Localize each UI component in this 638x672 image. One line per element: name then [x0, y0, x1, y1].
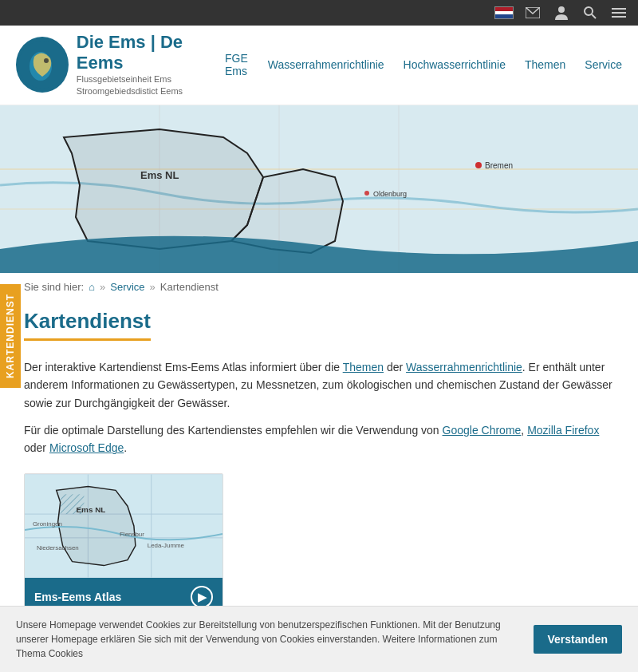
breadcrumb: Sie sind hier: ⌂ » Service » Kartendiens…	[0, 273, 638, 301]
breadcrumb-current: Kartendienst	[160, 281, 219, 293]
svg-text:Leda-Jumme: Leda-Jumme	[148, 542, 185, 549]
nav-wasserrahmen[interactable]: Wasserrahmenrichtlinie	[268, 58, 384, 71]
search-button[interactable]	[579, 4, 601, 22]
nav-service[interactable]: Service	[585, 58, 622, 71]
site-header: Die Ems | De Eems Flussgebietseinheit Em…	[0, 26, 638, 105]
wave-svg	[0, 225, 638, 273]
logo-area[interactable]: Die Ems | De Eems Flussgebietseinheit Em…	[16, 32, 225, 98]
site-subtitle: Flussgebietseinheit Ems Stroomgebiedsdis…	[77, 73, 225, 98]
breadcrumb-sep2: »	[150, 281, 156, 293]
svg-text:Niedersachsen: Niedersachsen	[37, 544, 79, 551]
usage-paragraph: Für die optimale Darstellung des Kartend…	[24, 421, 614, 457]
card-label: Ems-Eems Atlas	[34, 591, 121, 603]
svg-text:Flensbur: Flensbur	[120, 531, 144, 538]
page-title: Kartendienst	[24, 309, 151, 341]
breadcrumb-home[interactable]: ⌂	[89, 281, 95, 293]
breadcrumb-service[interactable]: Service	[110, 281, 144, 293]
chrome-link[interactable]: Google Chrome	[443, 424, 522, 437]
themen-link[interactable]: Themen	[343, 361, 384, 374]
firefox-link[interactable]: Mozilla Firefox	[527, 424, 599, 437]
breadcrumb-text-prefix: Sie sind hier:	[24, 281, 84, 293]
nav-themen[interactable]: Themen	[525, 58, 565, 71]
main-nav: FGE Ems Wasserrahmenrichtlinie Hochwasse…	[225, 52, 622, 77]
nav-fge-ems[interactable]: FGE Ems	[225, 52, 249, 77]
svg-text:Groningen: Groningen	[33, 520, 62, 528]
cookie-accept-button[interactable]: Verstanden	[534, 625, 622, 654]
wrrl-link[interactable]: Wasserrahmenrichtlinie	[406, 361, 522, 374]
breadcrumb-sep1: »	[100, 281, 105, 293]
svg-line-3	[592, 14, 596, 18]
mail-button[interactable]	[522, 4, 544, 22]
svg-text:Bremen: Bremen	[485, 161, 513, 170]
svg-point-17	[364, 191, 369, 196]
sidebar-kartendienst[interactable]: KARTENDIENST	[0, 284, 21, 388]
intro-paragraph: Der interaktive Kartendienst Ems-Eems At…	[24, 358, 614, 412]
dutch-flag-icon	[494, 6, 514, 19]
cookie-text: Unsere Homepage verwendet Cookies zur Be…	[16, 618, 521, 661]
edge-link[interactable]: Microsoft Edge	[49, 441, 124, 454]
map-hero: Bremen Oldenburg Ems NL	[0, 105, 638, 273]
card-map-svg: Ems NL Groningen Niedersachsen Flensbur …	[25, 474, 223, 578]
card-arrow-icon[interactable]: ▶	[191, 586, 213, 608]
site-title: Die Ems | De Eems	[77, 32, 225, 73]
cookie-bar: Unsere Homepage verwendet Cookies zur Be…	[0, 606, 638, 672]
map-ems-nl-label: Ems NL	[140, 169, 179, 181]
svg-point-9	[44, 58, 49, 63]
svg-point-15	[475, 162, 482, 168]
menu-button[interactable]	[608, 4, 630, 22]
svg-text:Ems NL: Ems NL	[76, 505, 105, 514]
nav-hochwasser[interactable]: Hochwasserrichtlinie	[404, 58, 506, 71]
logo-text: Die Ems | De Eems Flussgebietseinheit Em…	[77, 32, 225, 98]
card-map-image: Ems NL Groningen Niedersachsen Flensbur …	[25, 474, 223, 578]
top-bar	[0, 0, 638, 26]
user-button[interactable]	[550, 4, 573, 22]
svg-text:Oldenburg: Oldenburg	[373, 190, 407, 198]
flag-button[interactable]	[493, 4, 515, 22]
logo-image	[16, 37, 69, 93]
ems-eems-atlas-card[interactable]: Ems NL Groningen Niedersachsen Flensbur …	[24, 473, 223, 617]
svg-point-1	[558, 6, 565, 13]
svg-point-2	[585, 7, 593, 15]
